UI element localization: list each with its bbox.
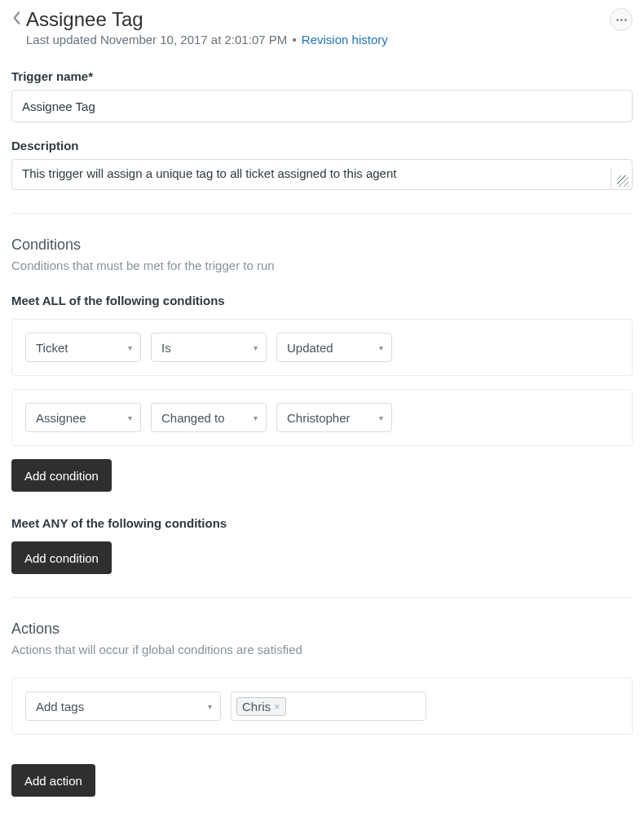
tag-remove-icon[interactable]: × — [274, 700, 280, 713]
trigger-name-input[interactable] — [11, 90, 633, 122]
condition-field-select[interactable]: Assignee ▾ — [25, 403, 141, 432]
separator-dot: • — [292, 33, 296, 46]
revision-history-link[interactable]: Revision history — [302, 33, 388, 46]
back-arrow-icon[interactable] — [11, 11, 23, 29]
condition-row: Assignee ▾ Changed to ▾ Christopher ▾ — [11, 389, 633, 446]
resize-handle-icon[interactable] — [611, 168, 632, 189]
last-updated-prefix: Last updated — [26, 33, 100, 46]
divider — [11, 213, 633, 214]
condition-value-select[interactable]: Updated ▾ — [276, 333, 392, 362]
last-updated-value: November 10, 2017 at 2:01:07 PM — [100, 33, 287, 46]
actions-title: Actions — [11, 621, 633, 638]
chevron-down-icon: ▾ — [128, 343, 132, 352]
action-field-select[interactable]: Add tags ▾ — [25, 691, 221, 721]
chevron-down-icon: ▾ — [379, 343, 383, 352]
tag-chip-label: Chris — [242, 700, 271, 714]
add-condition-all-button[interactable]: Add condition — [11, 459, 112, 492]
trigger-name-label: Trigger name* — [11, 69, 633, 83]
tag-chip: Chris × — [236, 697, 286, 716]
actions-desc: Actions that will occur if global condit… — [11, 643, 633, 656]
more-options-button[interactable] — [610, 8, 633, 31]
add-action-button[interactable]: Add action — [11, 764, 95, 797]
ellipsis-icon — [616, 19, 627, 21]
condition-operator-select[interactable]: Changed to ▾ — [151, 403, 267, 432]
chevron-down-icon: ▾ — [254, 413, 258, 422]
add-condition-any-button[interactable]: Add condition — [11, 541, 112, 574]
description-value: This trigger will assign a unique tag to… — [22, 166, 396, 180]
description-label: Description — [11, 139, 633, 152]
description-textarea[interactable]: This trigger will assign a unique tag to… — [11, 159, 633, 190]
action-row: Add tags ▾ Chris × — [11, 678, 633, 735]
divider — [11, 597, 633, 598]
chevron-down-icon: ▾ — [254, 343, 258, 352]
condition-value-select[interactable]: Christopher ▾ — [276, 403, 392, 432]
condition-operator-select[interactable]: Is ▾ — [151, 333, 267, 362]
conditions-title: Conditions — [11, 236, 633, 254]
conditions-desc: Conditions that must be met for the trig… — [11, 258, 633, 272]
condition-row: Ticket ▾ Is ▾ Updated ▾ — [11, 319, 633, 376]
meet-any-label: Meet ANY of the following conditions — [11, 516, 633, 530]
chevron-down-icon: ▾ — [128, 413, 132, 422]
chevron-down-icon: ▾ — [379, 413, 383, 422]
action-field-value: Add tags — [36, 700, 84, 714]
condition-value-value: Christopher — [287, 411, 351, 425]
condition-field-select[interactable]: Ticket ▾ — [25, 333, 141, 362]
condition-operator-value: Changed to — [161, 411, 225, 425]
last-updated-line: Last updated November 10, 2017 at 2:01:0… — [26, 33, 610, 46]
condition-field-value: Assignee — [36, 411, 86, 425]
page-title: Assignee Tag — [26, 8, 143, 31]
condition-operator-value: Is — [161, 341, 171, 355]
chevron-down-icon: ▾ — [208, 702, 212, 711]
condition-value-value: Updated — [287, 341, 333, 355]
condition-field-value: Ticket — [36, 341, 68, 355]
action-tag-input[interactable]: Chris × — [231, 691, 426, 721]
meet-all-label: Meet ALL of the following conditions — [11, 294, 633, 307]
